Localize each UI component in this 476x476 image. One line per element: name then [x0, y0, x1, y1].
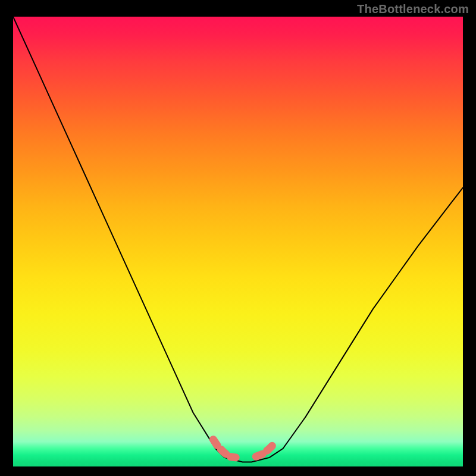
- plot-gradient-background: [13, 17, 463, 466]
- plot-frame: [13, 17, 463, 466]
- watermark-text: TheBottleneck.com: [357, 2, 469, 16]
